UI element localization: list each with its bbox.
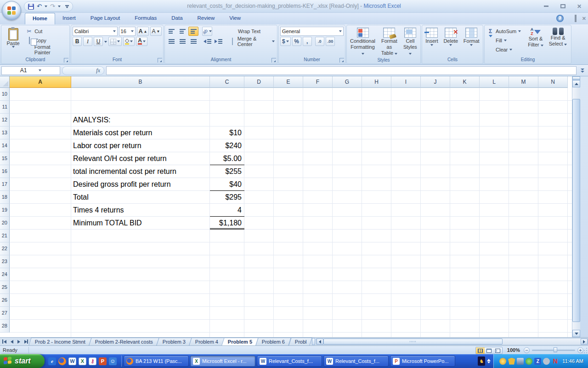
- increase-decimal-button[interactable]: .0: [315, 37, 324, 46]
- clipboard-dialog-launcher-icon[interactable]: [64, 58, 68, 63]
- row-header-28[interactable]: 28: [0, 320, 10, 333]
- row-header-21[interactable]: 21: [0, 230, 10, 242]
- number-format-select[interactable]: General: [280, 27, 344, 36]
- align-center-button[interactable]: [177, 37, 187, 46]
- grow-font-button[interactable]: A▲: [137, 27, 149, 36]
- cell-B15[interactable]: Relevant O/H cost per return: [71, 152, 210, 165]
- tab-page-layout[interactable]: Page Layout: [83, 13, 128, 24]
- align-right-button[interactable]: [188, 37, 198, 46]
- sheet-tab-problem-2-relevant-costs[interactable]: Problem 2-Relevant costs: [89, 338, 159, 345]
- tab-formulas[interactable]: Formulas: [127, 13, 164, 24]
- column-header-M[interactable]: M: [509, 76, 538, 88]
- insert-cells-button[interactable]: Insert: [424, 27, 440, 57]
- quick-launch-firefox-icon[interactable]: [58, 357, 66, 365]
- cell-B20[interactable]: Minimum TOTAL BID: [71, 217, 210, 230]
- row-header-15[interactable]: 15: [0, 152, 10, 165]
- cell-C12[interactable]: [210, 114, 244, 126]
- sort-filter-button[interactable]: AZ Sort &Filter: [526, 27, 545, 57]
- cut-button[interactable]: ✂Cut: [25, 27, 68, 36]
- help-icon[interactable]: ?: [556, 15, 564, 22]
- minimize-button[interactable]: [540, 2, 552, 10]
- zoom-knob[interactable]: [554, 347, 557, 352]
- cell-B17[interactable]: Desired gross profit per return: [71, 178, 210, 191]
- taskbar-button-word-2[interactable]: Relevant_Costs_f...: [257, 356, 322, 367]
- fill-button[interactable]: Fill: [486, 36, 522, 45]
- cell-C15[interactable]: $5.00: [210, 152, 244, 165]
- column-header-B[interactable]: B: [71, 76, 210, 88]
- tray-icon-3[interactable]: [517, 358, 524, 365]
- horizontal-scrollbar[interactable]: [316, 338, 588, 345]
- workbook-close-button[interactable]: ✕: [582, 16, 586, 22]
- tray-icon-1[interactable]: [499, 358, 506, 365]
- row-header-17[interactable]: 17: [0, 178, 10, 191]
- row-header-24[interactable]: 24: [0, 268, 10, 281]
- normal-view-button[interactable]: [476, 347, 485, 354]
- cell-styles-button[interactable]: CellStyles: [401, 27, 419, 57]
- bold-button[interactable]: B: [73, 37, 82, 46]
- quick-launch-word-icon[interactable]: [68, 357, 76, 365]
- show-hidden-icons-button[interactable]: [487, 359, 491, 363]
- column-header-C[interactable]: C: [210, 76, 244, 88]
- column-header-I[interactable]: I: [391, 76, 421, 88]
- scroll-down-button[interactable]: [572, 330, 580, 337]
- first-sheet-button[interactable]: [2, 339, 8, 345]
- row-header-26[interactable]: 26: [0, 294, 10, 307]
- cell-C20[interactable]: $1,180: [210, 217, 244, 230]
- alignment-dialog-launcher-icon[interactable]: [271, 58, 276, 63]
- row-header-20[interactable]: 20: [0, 217, 10, 230]
- quick-launch-powerpoint-icon[interactable]: [99, 357, 107, 365]
- merge-center-button[interactable]: Merge & Center: [228, 37, 276, 46]
- column-header-H[interactable]: H: [362, 76, 391, 88]
- quick-launch-internet-explorer-icon[interactable]: [48, 357, 56, 365]
- orientation-button[interactable]: ab: [202, 27, 212, 36]
- accounting-format-button[interactable]: $: [280, 37, 291, 46]
- sheet-tab-probl[interactable]: Probl: [288, 338, 312, 345]
- format-cells-button[interactable]: Format: [462, 27, 481, 57]
- column-header-A[interactable]: A: [10, 76, 71, 88]
- fill-color-button[interactable]: ◇: [123, 37, 135, 46]
- next-sheet-button[interactable]: [16, 339, 22, 345]
- paste-button[interactable]: Paste: [3, 27, 23, 57]
- sheet-tab-problem-3[interactable]: Problem 3: [156, 338, 192, 345]
- taskbar-button-powerpoint-4[interactable]: Microsoft PowerPo...: [390, 356, 455, 367]
- increase-indent-button[interactable]: [213, 37, 223, 46]
- cell-C19[interactable]: 4: [210, 204, 244, 217]
- font-dialog-launcher-icon[interactable]: [158, 58, 162, 63]
- tab-insert[interactable]: Insert: [55, 13, 83, 24]
- quick-launch-messenger-icon[interactable]: [109, 357, 117, 365]
- column-header-L[interactable]: L: [480, 76, 509, 88]
- workbook-restore-button[interactable]: [575, 16, 577, 21]
- row-header-13[interactable]: 13: [0, 126, 10, 139]
- row-header-11[interactable]: 11: [0, 101, 10, 114]
- taskbar-button-excel-1[interactable]: Microsoft Excel - r...: [190, 356, 255, 367]
- top-align-button[interactable]: [166, 27, 176, 36]
- row-header-25[interactable]: 25: [0, 281, 10, 294]
- cell-C13[interactable]: $10: [210, 126, 244, 139]
- column-header-F[interactable]: F: [303, 76, 333, 88]
- middle-align-button[interactable]: [177, 27, 187, 36]
- quick-launch-excel-icon[interactable]: [79, 357, 86, 365]
- cell-C14[interactable]: $240: [210, 139, 244, 152]
- horizontal-scroll-thumb[interactable]: [323, 339, 503, 345]
- vertical-split-handle[interactable]: [572, 76, 580, 80]
- column-header-J[interactable]: J: [421, 76, 450, 88]
- row-header-23[interactable]: 23: [0, 255, 10, 268]
- underline-dropdown-arrow-icon[interactable]: [104, 41, 107, 43]
- row-header-16[interactable]: 16: [0, 165, 10, 178]
- column-header-G[interactable]: G: [333, 76, 362, 88]
- number-dialog-launcher-icon[interactable]: [339, 58, 344, 63]
- sheet-tab-prob-2-income-stmnt[interactable]: Prob 2 - Income Stmnt: [28, 338, 92, 345]
- sheet-tab-problem-5[interactable]: Problem 5: [222, 338, 259, 345]
- column-header-D[interactable]: D: [244, 76, 274, 88]
- decrease-indent-button[interactable]: [202, 37, 212, 46]
- cell-B19[interactable]: Times 4 returns: [71, 204, 210, 217]
- tray-shield-icon[interactable]: [508, 358, 515, 365]
- tab-view[interactable]: View: [222, 13, 248, 24]
- column-header-E[interactable]: E: [274, 76, 303, 88]
- underline-button[interactable]: U: [94, 37, 103, 46]
- zoom-out-button[interactable]: −: [524, 347, 530, 353]
- comma-style-button[interactable]: ,: [303, 37, 312, 46]
- tab-review[interactable]: Review: [190, 13, 222, 24]
- tab-home[interactable]: Home: [25, 13, 55, 24]
- row-header-27[interactable]: 27: [0, 307, 10, 320]
